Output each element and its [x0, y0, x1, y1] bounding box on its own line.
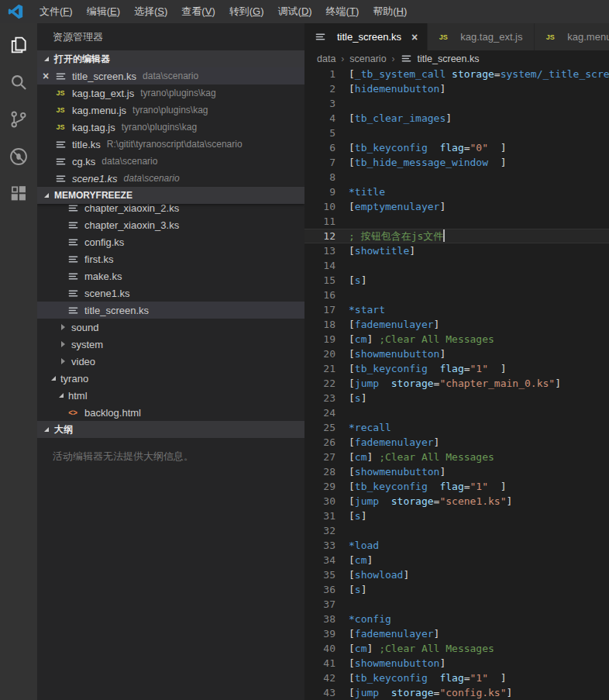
tree-item[interactable]: chapter_xiaoxin_2.ks	[37, 204, 304, 216]
menu-d[interactable]: 调试(D)	[271, 0, 319, 23]
line-number: 19	[304, 332, 335, 347]
close-tab-icon[interactable]: ×	[411, 31, 418, 43]
line-content: [cm] ;Clear All Messages	[349, 641, 494, 656]
line-number: 36	[304, 582, 335, 597]
outline-section-header[interactable]: 大纲	[37, 421, 304, 438]
line-number: 27	[304, 450, 335, 464]
line-content: [tb_keyconfig flag="1" ]	[349, 361, 507, 376]
open-editor-item[interactable]: ×title_screen.ksdata\scenario	[37, 67, 304, 84]
line-number: 2	[304, 81, 335, 96]
tree-item[interactable]: scene1.ks	[37, 284, 304, 302]
activity-bar	[0, 23, 37, 700]
ks-file-icon	[54, 172, 67, 184]
explorer-sidebar: 资源管理器 打开的编辑器 ×title_screen.ksdata\scenar…	[37, 23, 304, 700]
code-line-11: 11	[304, 214, 609, 229]
code-line-28: 28[showmenubutton]	[304, 464, 609, 479]
editor-area: title_screen.ks×JSkag.tag_ext.jsJSkag.me…	[304, 23, 609, 700]
open-editors-section-header[interactable]: 打开的编辑器	[37, 50, 304, 67]
menu-h[interactable]: 帮助(H)	[366, 0, 414, 23]
tree-folder-sound[interactable]: sound	[37, 319, 304, 336]
line-content: [s]	[349, 509, 366, 523]
html-file-icon: <>	[67, 406, 79, 419]
line-content: [s]	[349, 273, 366, 288]
file-name: kag.menu.js	[72, 105, 126, 116]
tree-item[interactable]: config.ks	[37, 233, 304, 250]
tree-item[interactable]: <>backlog.html	[37, 404, 304, 421]
tab-label: title_screen.ks	[337, 31, 401, 43]
tree-folder-system[interactable]: system	[37, 336, 304, 353]
line-content: *recall	[349, 420, 391, 435]
menu-f[interactable]: 文件(F)	[33, 0, 80, 23]
line-number: 3	[304, 96, 335, 111]
js-file-icon: JS	[437, 31, 449, 43]
item-label: make.ks	[84, 271, 122, 282]
code-editor[interactable]: 1[_tb_system_call storage=system/_title_…	[304, 67, 609, 700]
open-editor-item[interactable]: title.ksR:\gitit\tyranoscript\data\scena…	[37, 136, 304, 153]
file-name: kag.tag_ext.js	[72, 88, 134, 99]
source-control-icon[interactable]	[0, 101, 37, 138]
debug-icon[interactable]	[0, 138, 37, 175]
menu-g[interactable]: 转到(G)	[222, 0, 271, 23]
ks-file-icon	[67, 219, 79, 231]
line-content: [tb_keyconfig flag="0" ]	[349, 140, 507, 155]
js-file-icon: JS	[544, 31, 556, 43]
search-icon[interactable]	[0, 64, 37, 101]
file-path: tyrano\plugins\kag	[132, 105, 208, 116]
breadcrumb-file[interactable]: title_screen.ks	[401, 53, 480, 65]
project-section-header[interactable]: MEMORYFREEZE	[37, 187, 304, 204]
open-editor-item[interactable]: scene1.ksdata\scenario	[37, 170, 304, 187]
line-content: [jump storage="chapter_main_0.ks"]	[349, 376, 561, 391]
tree-item[interactable]: title_screen.ks	[37, 302, 304, 319]
explorer-icon[interactable]	[0, 26, 37, 64]
line-number: 30	[304, 494, 335, 509]
code-line-32: 32	[304, 523, 609, 538]
ks-file-icon	[54, 138, 67, 150]
breadcrumb-segment[interactable]: data	[317, 53, 335, 64]
code-line-2: 2[hidemenubutton]	[304, 81, 609, 96]
ks-file-icon	[67, 236, 79, 248]
line-content: [showmenubutton]	[349, 656, 446, 671]
line-number: 22	[304, 376, 335, 391]
open-editor-item[interactable]: JSkag.tag_ext.jstyrano\plugins\kag	[37, 84, 304, 102]
line-number: 20	[304, 347, 335, 361]
line-number: 1	[304, 67, 335, 81]
code-line-16: 16	[304, 288, 609, 302]
breadcrumb-segment[interactable]: scenario	[349, 53, 386, 64]
breadcrumb: data›scenario›title_screen.ks	[304, 50, 609, 67]
tree-folder-html[interactable]: html	[37, 387, 304, 404]
open-editor-item[interactable]: JSkag.tag.jstyrano\plugins\kag	[37, 119, 304, 136]
tree-folder-video[interactable]: video	[37, 353, 304, 370]
line-content: [tb_keyconfig flag="1" ]	[349, 671, 507, 685]
tab-title_screen.ks[interactable]: title_screen.ks×	[304, 23, 428, 50]
open-editor-item[interactable]: cg.ksdata\scenario	[37, 153, 304, 170]
code-line-22: 22[jump storage="chapter_main_0.ks"]	[304, 376, 609, 391]
tree-item[interactable]: chapter_xiaoxin_3.ks	[37, 216, 304, 233]
line-content: [showtitle]	[349, 243, 415, 258]
menu-v[interactable]: 查看(V)	[174, 0, 222, 23]
code-line-33: 33*load	[304, 538, 609, 553]
code-line-30: 30[jump storage="scene1.ks"]	[304, 494, 609, 509]
line-number: 43	[304, 685, 335, 700]
close-editor-icon[interactable]: ×	[37, 70, 54, 82]
code-line-25: 25*recall	[304, 420, 609, 435]
open-editor-item[interactable]: JSkag.menu.jstyrano\plugins\kag	[37, 102, 304, 119]
menu-e[interactable]: 编辑(E)	[80, 0, 127, 23]
line-content: *start	[349, 302, 385, 317]
code-line-38: 38*config	[304, 612, 609, 626]
tab-kag.menu.js[interactable]: JSkag.menu.js	[535, 23, 609, 50]
tree-folder-tyrano[interactable]: tyrano	[37, 370, 304, 387]
tree-item[interactable]: make.ks	[37, 267, 304, 284]
code-line-13: 13[showtitle]	[304, 243, 609, 258]
ks-file-icon	[54, 70, 67, 82]
extensions-icon[interactable]	[0, 175, 37, 212]
code-line-39: 39[fademenulayer]	[304, 626, 609, 641]
line-number: 40	[304, 641, 335, 656]
menu-t[interactable]: 终端(T)	[319, 0, 366, 23]
code-line-26: 26[fademenulayer]	[304, 435, 609, 450]
menu-s[interactable]: 选择(S)	[127, 0, 174, 23]
tree-item[interactable]: first.ks	[37, 250, 304, 267]
ks-file-icon	[54, 155, 67, 167]
item-label: chapter_xiaoxin_3.ks	[84, 219, 179, 231]
ks-file-icon	[67, 204, 79, 214]
tab-kag.tag_ext.js[interactable]: JSkag.tag_ext.js	[428, 23, 535, 50]
